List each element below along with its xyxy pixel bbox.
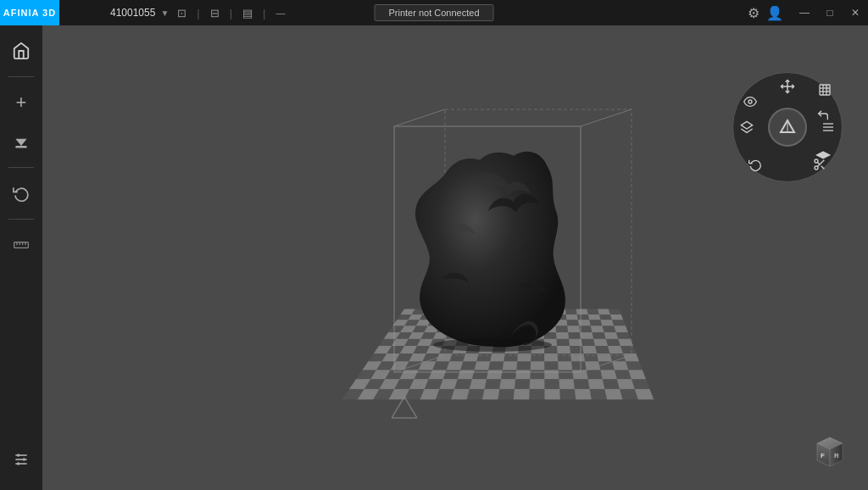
svg-marker-25 xyxy=(392,397,417,418)
svg-marker-0 xyxy=(15,139,26,146)
sidebar-divider-3 xyxy=(8,219,34,220)
svg-point-42 xyxy=(815,159,818,163)
profile-icon[interactable]: 👤 xyxy=(766,5,783,21)
radial-layers-button[interactable] xyxy=(737,117,757,137)
svg-line-46 xyxy=(817,162,820,164)
radial-frame-button[interactable] xyxy=(815,80,835,100)
right-icons: ⚙ 👤 xyxy=(748,5,783,21)
radial-rotate-button[interactable] xyxy=(745,154,765,175)
titlebar: AFINIA 3D 41001055 ▼ ⊡ | ⊟ | ▤ | — Print… xyxy=(0,0,868,25)
svg-rect-2 xyxy=(14,242,29,248)
toolbar-icon-1[interactable]: ⊡ xyxy=(177,7,186,19)
status-area: Printer not Connected xyxy=(374,4,493,21)
device-selector[interactable]: 41001055 ▼ xyxy=(110,7,169,19)
svg-line-20 xyxy=(394,109,445,126)
radial-eye-button[interactable] xyxy=(740,92,760,112)
toolbar-separator-2: | xyxy=(230,7,232,19)
settings-icon[interactable]: ⚙ xyxy=(748,5,760,21)
maximize-button[interactable]: □ xyxy=(817,0,843,25)
radial-center-button[interactable] xyxy=(768,108,807,147)
sidebar-item-print[interactable] xyxy=(4,125,38,159)
minimize-button[interactable]: — xyxy=(792,0,817,25)
toolbar-separator-3: | xyxy=(263,7,265,19)
window-controls: — □ ✕ xyxy=(792,0,868,25)
sidebar: + xyxy=(0,25,42,490)
svg-text:F: F xyxy=(821,452,825,459)
printer-status-button[interactable]: Printer not Connected xyxy=(374,4,493,21)
svg-point-40 xyxy=(748,100,752,103)
svg-text:R: R xyxy=(834,452,839,459)
sidebar-item-add[interactable]: + xyxy=(4,86,38,120)
3d-object xyxy=(408,143,577,364)
sidebar-item-home[interactable] xyxy=(4,34,38,68)
svg-line-21 xyxy=(581,109,632,126)
toolbar-icon-3[interactable]: ▤ xyxy=(242,7,253,19)
radial-menu-background: ◀▶ xyxy=(732,72,843,182)
svg-point-43 xyxy=(815,166,818,170)
dropdown-arrow-icon[interactable]: ▼ xyxy=(160,8,169,18)
sidebar-item-rotate[interactable] xyxy=(4,176,38,210)
svg-point-10 xyxy=(17,454,19,456)
direction-arrow xyxy=(392,397,417,426)
viewport[interactable]: ◀▶ xyxy=(42,25,868,490)
sidebar-item-ruler[interactable] xyxy=(4,228,38,262)
svg-point-11 xyxy=(23,458,25,460)
toolbar-icon-4[interactable]: — xyxy=(275,8,285,18)
device-id: 41001055 xyxy=(110,7,155,19)
sidebar-item-settings[interactable] xyxy=(4,443,38,476)
sidebar-divider-1 xyxy=(8,76,34,77)
radial-undo-button[interactable] xyxy=(813,105,833,125)
radial-move-button[interactable] xyxy=(777,76,798,97)
radial-menu: ◀▶ xyxy=(732,72,843,182)
toolbar-icons: ⊡ | ⊟ | ▤ | — xyxy=(177,7,285,19)
toolbar-icon-2[interactable]: ⊟ xyxy=(210,7,220,19)
svg-marker-41 xyxy=(741,121,752,129)
svg-point-12 xyxy=(17,462,19,465)
svg-rect-32 xyxy=(820,85,830,95)
orientation-cube[interactable]: F R xyxy=(809,431,851,473)
svg-line-45 xyxy=(821,166,825,170)
app-logo: AFINIA 3D xyxy=(0,0,59,25)
close-button[interactable]: ✕ xyxy=(843,0,868,25)
svg-point-24 xyxy=(433,338,552,352)
toolbar-separator-1: | xyxy=(197,7,199,19)
sidebar-divider-2 xyxy=(8,167,34,168)
svg-line-22 xyxy=(581,355,632,372)
svg-rect-1 xyxy=(15,146,26,148)
svg-line-29 xyxy=(781,120,787,132)
radial-cut-button[interactable] xyxy=(810,154,830,175)
